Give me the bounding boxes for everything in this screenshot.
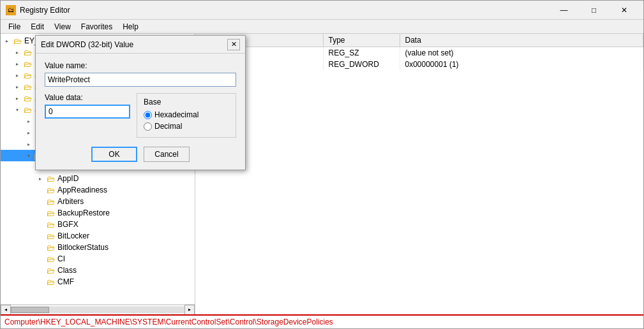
menu-favorites[interactable]: Favorites bbox=[76, 21, 117, 33]
dialog-row: Value data: Base Hexadecimal Decimal bbox=[45, 93, 236, 138]
tree-hscroll[interactable]: ◂ ▸ bbox=[1, 304, 195, 314]
tree-item-backuprestore[interactable]: 🗁 BackupRestore bbox=[1, 207, 195, 219]
status-bar: Computer\HKEY_LOCAL_MACHINE\SYSTEM\Curre… bbox=[1, 314, 643, 328]
tree-label: BackupRestore bbox=[57, 208, 110, 217]
folder-icon: 🗁 bbox=[22, 82, 33, 91]
tree-label: Arbiters bbox=[57, 197, 84, 206]
scroll-track[interactable] bbox=[11, 307, 184, 313]
menu-bar: File Edit View Favorites Help bbox=[1, 20, 643, 34]
expander-icon: ▸ bbox=[12, 82, 22, 92]
folder-icon: 🗁 bbox=[45, 208, 56, 217]
tree-label: CMF bbox=[57, 277, 74, 286]
tree-item-appid[interactable]: ▸ 🗁 AppID bbox=[1, 173, 195, 184]
folder-icon: 🗁 bbox=[45, 186, 56, 194]
tree-label: CI bbox=[57, 254, 65, 263]
tree-item-arbiters[interactable]: 🗁 Arbiters bbox=[1, 196, 195, 207]
tree-item-ci[interactable]: 🗁 CI bbox=[1, 253, 195, 265]
tree-item-bgfx[interactable]: 🗁 BGFX bbox=[1, 219, 195, 230]
expander-icon: ▸ bbox=[12, 59, 22, 69]
reg-type-cell: REG_DWORD bbox=[323, 59, 400, 70]
expander-icon: ▸ bbox=[24, 128, 34, 138]
folder-icon: 🗁 bbox=[45, 197, 56, 206]
expander-placeholder bbox=[35, 231, 45, 241]
value-name-input[interactable] bbox=[45, 73, 236, 87]
menu-edit[interactable]: Edit bbox=[26, 21, 49, 33]
col-header-data[interactable]: Data bbox=[400, 34, 643, 47]
radio-hex-row: Hexadecimal bbox=[144, 110, 229, 119]
folder-icon: 🗁 bbox=[45, 277, 56, 286]
tree-label: Class bbox=[57, 266, 77, 275]
reg-type-cell: REG_SZ bbox=[323, 47, 400, 59]
app-icon: 🗂 bbox=[6, 5, 16, 15]
maximize-button[interactable]: □ bbox=[580, 3, 608, 17]
scroll-left-btn[interactable]: ◂ bbox=[1, 305, 11, 315]
folder-icon: 🗁 bbox=[22, 105, 33, 114]
scroll-thumb[interactable] bbox=[11, 307, 49, 313]
table-row[interactable]: ab Rect REG_DWORD 0x00000001 (1) bbox=[195, 59, 643, 70]
tree-item-appreadiness[interactable]: 🗁 AppReadiness bbox=[1, 184, 195, 196]
cancel-button[interactable]: Cancel bbox=[144, 147, 190, 162]
menu-file[interactable]: File bbox=[3, 21, 26, 33]
title-bar: 🗂 Registry Editor — □ ✕ bbox=[1, 1, 643, 20]
folder-icon: 🗁 bbox=[45, 174, 56, 183]
tree-label: AppReadiness bbox=[57, 186, 107, 194]
base-group: Base Hexadecimal Decimal bbox=[137, 93, 236, 138]
registry-panel: Name Type Data ab (Default) REG_SZ (valu… bbox=[195, 34, 643, 314]
radio-dec-row: Decimal bbox=[144, 122, 229, 131]
value-data-group: Value data: bbox=[45, 93, 130, 138]
tree-item-cmf[interactable]: 🗁 CMF bbox=[1, 276, 195, 288]
expander-icon: ▾ bbox=[24, 150, 34, 161]
tree-label: BitLocker bbox=[57, 231, 89, 240]
folder-icon: 🗁 bbox=[22, 59, 33, 68]
expander-placeholder bbox=[35, 242, 45, 252]
base-title: Base bbox=[144, 98, 229, 106]
scroll-right-btn[interactable]: ▸ bbox=[184, 305, 195, 315]
expander-placeholder bbox=[35, 219, 45, 230]
dialog-buttons: OK Cancel bbox=[45, 147, 236, 162]
expander-placeholder bbox=[35, 185, 45, 195]
menu-view[interactable]: View bbox=[49, 21, 76, 33]
folder-icon: 🗁 bbox=[45, 220, 56, 229]
folder-icon: 🗁 bbox=[22, 94, 33, 103]
folder-icon: 🗁 bbox=[45, 243, 56, 252]
folder-icon: 🗁 bbox=[22, 48, 33, 57]
tree-label: AppID bbox=[57, 174, 79, 183]
expander-placeholder bbox=[35, 277, 45, 287]
registry-table: Name Type Data ab (Default) REG_SZ (valu… bbox=[195, 34, 643, 70]
table-row[interactable]: ab (Default) REG_SZ (value not set) bbox=[195, 47, 643, 59]
folder-icon: 🗁 bbox=[22, 71, 33, 80]
value-name-label: Value name: bbox=[45, 61, 236, 70]
radio-decimal[interactable] bbox=[144, 122, 152, 131]
ok-button[interactable]: OK bbox=[91, 147, 137, 162]
dialog-title: Edit DWORD (32-bit) Value bbox=[41, 40, 227, 49]
folder-icon: 🗁 bbox=[45, 266, 56, 275]
minimize-button[interactable]: — bbox=[550, 3, 578, 17]
status-text: Computer\HKEY_LOCAL_MACHINE\SYSTEM\Curre… bbox=[4, 318, 333, 326]
reg-data-cell: (value not set) bbox=[400, 47, 643, 59]
tree-item-bitlockerstatus[interactable]: 🗁 BitlockerStatus bbox=[1, 242, 195, 253]
expander-placeholder bbox=[35, 254, 45, 264]
dialog-body: Value name: Value data: Base Hexadecimal… bbox=[36, 54, 245, 170]
dialog-title-bar: Edit DWORD (32-bit) Value ✕ bbox=[36, 36, 245, 54]
expander-placeholder bbox=[35, 196, 45, 207]
folder-icon: 🗁 bbox=[45, 231, 56, 240]
expander-placeholder bbox=[35, 208, 45, 218]
expander-icon: ▸ bbox=[12, 70, 22, 80]
radio-hexadecimal[interactable] bbox=[144, 111, 152, 119]
folder-icon: 🗁 bbox=[12, 36, 22, 45]
reg-data-cell: 0x00000001 (1) bbox=[400, 59, 643, 70]
window-controls: — □ ✕ bbox=[550, 3, 638, 17]
col-header-type[interactable]: Type bbox=[323, 34, 400, 47]
value-data-input[interactable] bbox=[45, 105, 130, 119]
expander-icon: ▾ bbox=[12, 105, 22, 115]
expander-placeholder bbox=[35, 265, 45, 275]
folder-icon: 🗁 bbox=[45, 254, 56, 263]
dialog-close-button[interactable]: ✕ bbox=[227, 39, 240, 50]
close-button[interactable]: ✕ bbox=[610, 3, 638, 17]
value-data-label: Value data: bbox=[45, 93, 130, 102]
expander-icon: ▸ bbox=[35, 173, 45, 184]
tree-label: BGFX bbox=[57, 220, 79, 229]
tree-item-class[interactable]: 🗁 Class bbox=[1, 265, 195, 276]
menu-help[interactable]: Help bbox=[117, 21, 144, 33]
tree-item-bitlocker[interactable]: 🗁 BitLocker bbox=[1, 230, 195, 242]
